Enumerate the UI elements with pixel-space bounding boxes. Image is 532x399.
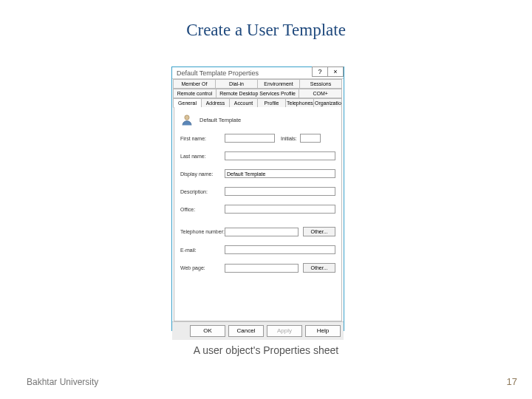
webpage-field[interactable]	[225, 264, 299, 273]
description-label: Description:	[180, 189, 225, 194]
initials-label: Initials:	[281, 136, 297, 141]
tab-dial-in[interactable]: Dial-in	[215, 79, 258, 89]
email-label: E-mail:	[180, 248, 225, 253]
first-name-label: First name:	[180, 136, 225, 141]
webpage-other-button[interactable]: Other...	[303, 263, 335, 273]
tab-sessions[interactable]: Sessions	[299, 79, 342, 89]
description-field[interactable]	[225, 187, 335, 196]
display-name-field[interactable]: Default Template	[225, 169, 335, 178]
office-label: Office:	[180, 207, 225, 212]
footer-university: Bakhtar University	[27, 377, 98, 387]
dialog-buttons: OK Cancel Apply Help	[172, 321, 344, 340]
office-field[interactable]	[225, 205, 335, 214]
last-name-field[interactable]	[225, 151, 335, 160]
display-name-label: Display name:	[180, 171, 225, 177]
help-button[interactable]: ?	[312, 66, 328, 77]
properties-dialog: Default Template Properties ? × Member O…	[171, 66, 344, 331]
svg-point-0	[185, 115, 189, 120]
help-dialog-button[interactable]: Help	[305, 325, 341, 337]
tab-member-of[interactable]: Member Of	[173, 79, 216, 89]
webpage-label: Web page:	[180, 265, 225, 270]
slide-title: Create a User Template	[0, 21, 532, 40]
initials-field[interactable]	[300, 134, 321, 143]
telephone-label: Telephone number:	[180, 229, 225, 234]
dialog-title: Default Template Properties	[172, 69, 259, 77]
cancel-button[interactable]: Cancel	[228, 325, 264, 337]
last-name-label: Last name:	[180, 154, 225, 159]
ok-button[interactable]: OK	[190, 325, 225, 337]
tab-com-plus[interactable]: COM+	[299, 89, 342, 98]
slide-caption: A user object's Properties sheet	[0, 344, 532, 356]
tab-rds-profile[interactable]: Remote Desktop Services Profile	[216, 89, 300, 98]
tab-environment[interactable]: Environment	[257, 79, 300, 89]
email-field[interactable]	[225, 245, 335, 254]
first-name-field[interactable]	[225, 134, 275, 143]
close-button[interactable]: ×	[327, 66, 344, 77]
page-number: 17	[507, 376, 517, 387]
tab-general-content: Default Template First name: Initials: L…	[174, 107, 342, 321]
tab-remote-control[interactable]: Remote control	[173, 89, 216, 98]
dialog-titlebar: Default Template Properties ? ×	[172, 67, 344, 79]
user-display-name: Default Template	[200, 117, 241, 123]
user-icon	[180, 113, 194, 126]
telephone-field[interactable]	[225, 228, 299, 236]
apply-button[interactable]: Apply	[267, 325, 302, 337]
telephone-other-button[interactable]: Other...	[303, 227, 335, 236]
tabs: Member Of Dial-in Environment Sessions R…	[172, 79, 344, 321]
